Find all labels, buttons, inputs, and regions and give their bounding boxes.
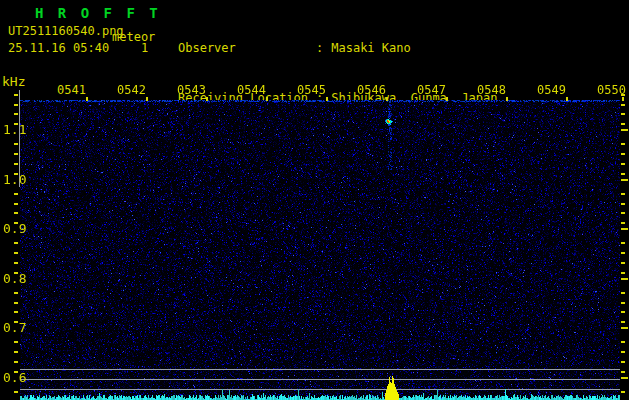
freq-tick-minor xyxy=(621,272,625,274)
counter-text: 1 xyxy=(141,42,148,54)
time-tick-label: 0541 xyxy=(56,84,86,96)
time-tick xyxy=(446,97,448,101)
freq-tick-major xyxy=(621,179,628,181)
freq-tick-minor xyxy=(621,94,625,96)
freq-tick-minor xyxy=(621,222,625,224)
time-tick-label: 0542 xyxy=(116,84,146,96)
hrofft-window: H R O F F T UT2511160540.png meteor 25.1… xyxy=(0,0,629,400)
time-tick xyxy=(326,97,328,101)
freq-tick-minor xyxy=(14,212,18,214)
freq-tick-minor xyxy=(14,143,18,145)
freq-tick-major xyxy=(621,377,628,379)
freq-tick-minor xyxy=(14,262,18,264)
freq-tick-major xyxy=(621,129,628,131)
freq-tick-minor xyxy=(621,203,625,205)
info-row-observer: Observer:Masaki Kano xyxy=(178,42,555,54)
freq-tick-minor xyxy=(14,391,18,393)
time-tick xyxy=(506,97,508,101)
freq-tick-minor xyxy=(14,193,18,195)
freq-tick-minor xyxy=(621,351,625,353)
time-tick xyxy=(206,97,208,101)
freq-tick-minor xyxy=(621,173,625,175)
freq-tick-minor xyxy=(621,391,625,393)
freq-tick-minor xyxy=(14,104,18,106)
time-tick-label: 0546 xyxy=(356,84,386,96)
freq-tick-minor xyxy=(621,104,625,106)
freq-tick-minor xyxy=(621,262,625,264)
freq-tick-minor xyxy=(621,292,625,294)
freq-tick-minor xyxy=(621,302,625,304)
time-tick-label: 0548 xyxy=(476,84,506,96)
freq-tick-minor xyxy=(621,143,625,145)
freq-tick-minor xyxy=(621,371,625,373)
freq-tick-minor xyxy=(14,222,18,224)
freq-tick-minor xyxy=(621,113,625,115)
freq-tick-minor xyxy=(14,361,18,363)
time-tick xyxy=(386,97,388,101)
freq-tick-minor xyxy=(14,203,18,205)
freq-tick-major xyxy=(621,327,628,329)
time-tick-label: 0547 xyxy=(416,84,446,96)
freq-tick-minor xyxy=(621,252,625,254)
freq-tick-major xyxy=(621,228,628,230)
time-tick-label: 0543 xyxy=(176,84,206,96)
freq-tick-minor xyxy=(621,163,625,165)
freq-tick-minor xyxy=(14,272,18,274)
freq-tick-minor xyxy=(621,341,625,343)
freq-tick-minor xyxy=(14,173,18,175)
time-tick xyxy=(566,97,568,101)
freq-axis-unit-label: kHz xyxy=(2,75,25,88)
freq-tick-minor xyxy=(14,153,18,155)
freq-tick-minor xyxy=(621,193,625,195)
freq-tick-minor xyxy=(14,163,18,165)
freq-tick-minor xyxy=(621,321,625,323)
time-tick-label: 0545 xyxy=(296,84,326,96)
freq-tick-minor xyxy=(14,242,18,244)
mode-label: meteor xyxy=(112,31,155,43)
datetime-text: 25.11.16 05:40 xyxy=(8,42,109,54)
freq-tick-minor xyxy=(621,212,625,214)
app-title: H R O F F T xyxy=(35,6,161,20)
time-tick xyxy=(266,97,268,101)
freq-tick-minor xyxy=(14,292,18,294)
freq-tick-minor xyxy=(14,252,18,254)
freq-tick-minor xyxy=(621,311,625,313)
time-tick xyxy=(146,97,148,101)
freq-tick-minor xyxy=(14,302,18,304)
spectrogram-canvas xyxy=(20,100,620,400)
freq-tick-minor xyxy=(14,94,18,96)
time-tick-label: 0549 xyxy=(536,84,566,96)
freq-tick-minor xyxy=(14,371,18,373)
time-tick xyxy=(86,97,88,101)
freq-tick-minor xyxy=(621,242,625,244)
info-value: Masaki Kano xyxy=(323,41,410,55)
freq-tick-minor xyxy=(14,311,18,313)
info-label: Observer xyxy=(178,42,316,54)
freq-tick-minor xyxy=(621,361,625,363)
time-tick xyxy=(622,97,624,101)
filename-text: UT2511160540.png xyxy=(8,25,124,37)
freq-tick-minor xyxy=(14,113,18,115)
freq-tick-minor xyxy=(14,341,18,343)
freq-tick-minor xyxy=(621,123,625,125)
freq-tick-major xyxy=(621,278,628,280)
freq-tick-minor xyxy=(14,321,18,323)
freq-tick-minor xyxy=(14,123,18,125)
freq-tick-minor xyxy=(14,351,18,353)
freq-tick-minor xyxy=(621,153,625,155)
time-tick-label: 0544 xyxy=(236,84,266,96)
